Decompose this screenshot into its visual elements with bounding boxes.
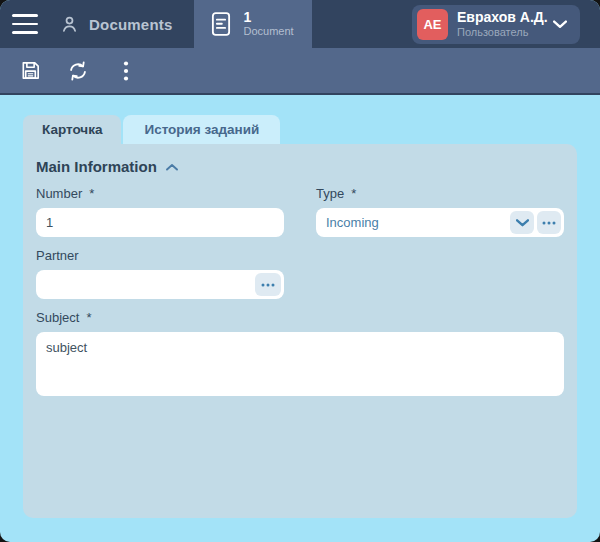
chevron-down-icon (516, 219, 529, 227)
field-subject: Subject* subject (36, 310, 564, 400)
field-partner: Partner (36, 248, 284, 299)
action-toolbar (0, 48, 600, 95)
partner-lookup-button[interactable] (255, 273, 281, 296)
type-select-value: Incoming (319, 215, 507, 230)
required-asterisk: * (351, 186, 356, 201)
section-title: Main Information (36, 158, 157, 175)
partner-input[interactable] (39, 273, 252, 296)
refresh-icon (66, 59, 90, 83)
user-role: Пользователь (457, 26, 553, 40)
save-icon (19, 59, 42, 82)
number-input[interactable] (36, 208, 284, 237)
form-grid: Number* Type* Incoming (36, 186, 564, 400)
save-button[interactable] (13, 54, 47, 88)
tab-card[interactable]: Карточка (23, 115, 121, 144)
menu-icon[interactable] (12, 14, 38, 34)
person-icon (59, 14, 80, 35)
required-asterisk: * (89, 186, 94, 201)
number-label: Number* (36, 186, 284, 201)
user-name: Еврахов А.Д. (457, 9, 553, 26)
card-panel: Main Information Number* (23, 144, 577, 518)
field-number: Number* (36, 186, 284, 237)
ellipsis-icon (542, 221, 556, 225)
required-asterisk: * (86, 310, 91, 325)
chevron-down-icon (553, 20, 567, 29)
chevron-up-icon (166, 163, 178, 171)
content-tabs: Карточка История заданий (23, 115, 577, 144)
type-lookup-button[interactable] (537, 211, 561, 234)
nav-documents[interactable]: Documents (59, 14, 172, 35)
document-icon (209, 11, 233, 37)
main-information-header[interactable]: Main Information (36, 158, 564, 175)
document-tab[interactable]: 1 Document (194, 0, 311, 48)
partner-group (36, 270, 284, 299)
subject-label: Subject* (36, 310, 564, 325)
avatar: АЕ (417, 9, 448, 40)
document-tab-label: Document (243, 25, 293, 38)
type-select[interactable]: Incoming (316, 208, 564, 237)
top-header: Documents 1 Document АЕ Еврахов А.Д. Пол… (0, 0, 600, 48)
documents-label: Documents (89, 16, 172, 33)
more-actions-button[interactable] (109, 54, 143, 88)
field-type: Type* Incoming (316, 186, 564, 237)
document-tab-number: 1 (243, 9, 293, 25)
refresh-button[interactable] (61, 54, 95, 88)
type-label: Type* (316, 186, 564, 201)
partner-label: Partner (36, 248, 284, 263)
grid-spacer (316, 248, 564, 299)
ellipsis-icon (261, 283, 275, 287)
subject-textarea[interactable]: subject (36, 332, 564, 396)
type-dropdown-button[interactable] (510, 211, 534, 234)
app-window: Documents 1 Document АЕ Еврахов А.Д. Пол… (0, 0, 600, 542)
user-menu[interactable]: АЕ Еврахов А.Д. Пользователь (412, 5, 580, 44)
tab-task-history[interactable]: История заданий (123, 115, 280, 144)
page-content: Карточка История заданий Main Informatio… (0, 95, 600, 540)
kebab-menu-icon (121, 60, 131, 82)
